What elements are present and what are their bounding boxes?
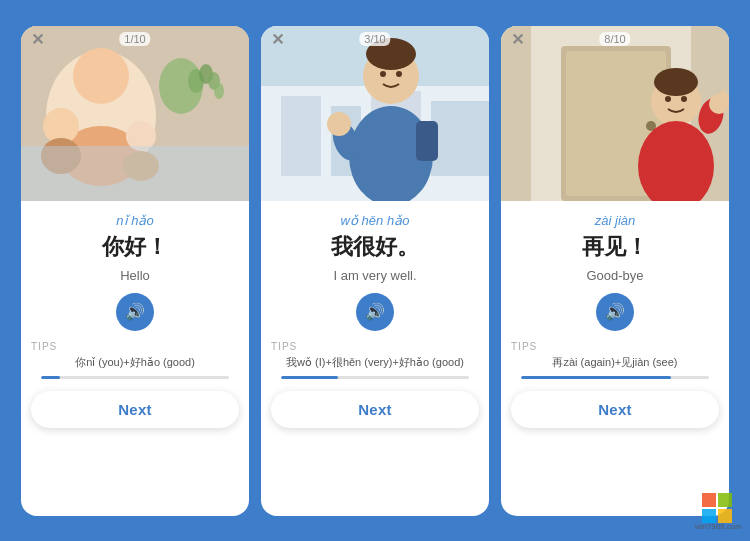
card-3-progress-fill xyxy=(521,376,671,379)
win-q2 xyxy=(718,493,732,507)
card-3-chinese: 再见！ xyxy=(582,232,648,262)
audio-icon: 🔊 xyxy=(365,302,385,321)
card-1-chinese: 你好！ xyxy=(102,232,168,262)
card-3-tips-text: 再zài (again)+见jiàn (see) xyxy=(548,355,681,370)
card-1-progress: 1/10 xyxy=(119,32,150,46)
card-2-progress: 3/10 xyxy=(359,32,390,46)
card-2-audio-button[interactable]: 🔊 xyxy=(356,293,394,331)
card-3-translation: Good-bye xyxy=(586,268,643,283)
card-3-tips-label: Tips xyxy=(511,341,537,352)
svg-rect-23 xyxy=(416,121,438,161)
card-1-translation: Hello xyxy=(120,268,150,283)
card-3-close[interactable]: ✕ xyxy=(511,32,524,48)
win-q3 xyxy=(702,509,716,523)
card-1-pinyin: nǐ hǎo xyxy=(116,213,153,228)
card-3-next-button[interactable]: Next xyxy=(511,391,719,428)
card-2-tips-text: 我wǒ (I)+很hěn (very)+好hǎo (good) xyxy=(282,355,468,370)
windows-logo xyxy=(702,493,732,523)
card-2: 3/10 ✕ xyxy=(261,26,489,516)
svg-point-25 xyxy=(327,112,351,136)
svg-point-26 xyxy=(380,71,386,77)
card-1-progress-fill xyxy=(41,376,60,379)
card-1-tips-text: 你nǐ (you)+好hǎo (good) xyxy=(71,355,199,370)
card-3-body: zài jiàn 再见！ Good-bye 🔊 Tips 再zài (again… xyxy=(501,201,729,516)
cards-container: 1/10 ✕ nǐ hǎo 你好！ xyxy=(0,0,750,541)
svg-point-35 xyxy=(654,68,698,96)
card-2-progress-fill xyxy=(281,376,337,379)
svg-rect-16 xyxy=(281,96,321,176)
win-q4 xyxy=(718,509,732,523)
card-3-progress-bar xyxy=(521,376,708,379)
audio-icon: 🔊 xyxy=(605,302,625,321)
card-2-chinese: 我很好。 xyxy=(331,232,419,262)
card-1-next-button[interactable]: Next xyxy=(31,391,239,428)
card-1-close[interactable]: ✕ xyxy=(31,32,44,48)
card-2-next-button[interactable]: Next xyxy=(271,391,479,428)
card-2-tips-label: Tips xyxy=(271,341,297,352)
audio-icon: 🔊 xyxy=(125,302,145,321)
win-q1 xyxy=(702,493,716,507)
site-label: win7988.com xyxy=(695,522,742,531)
card-3-pinyin: zài jiàn xyxy=(595,213,635,228)
card-3-image xyxy=(501,26,729,201)
card-3-audio-button[interactable]: 🔊 xyxy=(596,293,634,331)
svg-point-42 xyxy=(665,96,671,102)
card-2-translation: I am very well. xyxy=(333,268,416,283)
card-1-image xyxy=(21,26,249,201)
svg-rect-8 xyxy=(21,146,249,201)
card-2-image xyxy=(261,26,489,201)
card-2-body: wǒ hěn hǎo 我很好。 I am very well. 🔊 Tips 我… xyxy=(261,201,489,516)
svg-point-27 xyxy=(396,71,402,77)
svg-point-43 xyxy=(681,96,687,102)
card-1-progress-bar xyxy=(41,376,228,379)
card-1-audio-button[interactable]: 🔊 xyxy=(116,293,154,331)
card-3-progress: 8/10 xyxy=(599,32,630,46)
svg-point-2 xyxy=(73,48,129,104)
card-1-body: nǐ hǎo 你好！ Hello 🔊 Tips 你nǐ (you)+好hǎo (… xyxy=(21,201,249,516)
card-1: 1/10 ✕ nǐ hǎo 你好！ xyxy=(21,26,249,516)
svg-point-13 xyxy=(214,83,224,99)
svg-rect-19 xyxy=(431,101,489,176)
card-2-pinyin: wǒ hěn hǎo xyxy=(341,213,410,228)
watermark: win7988.com xyxy=(702,493,742,533)
card-3: 8/10 ✕ xyxy=(501,26,729,516)
svg-point-41 xyxy=(722,101,728,111)
card-2-close[interactable]: ✕ xyxy=(271,32,284,48)
card-1-tips-label: Tips xyxy=(31,341,57,352)
card-2-progress-bar xyxy=(281,376,468,379)
